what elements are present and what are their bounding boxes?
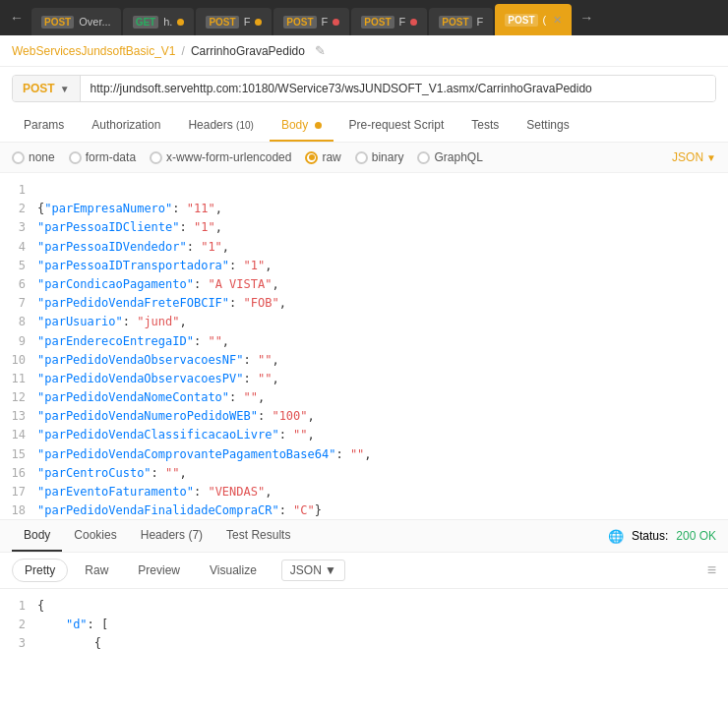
line-content: "parPedidoVendaFinalidadeCompraCR": "C"} — [37, 501, 322, 519]
tab-next-button[interactable]: → — [574, 0, 599, 35]
body-type-none[interactable]: none — [12, 150, 55, 164]
line-number: 15 — [8, 445, 37, 464]
resp-tab-test-results[interactable]: Test Results — [214, 520, 302, 552]
tab-pre-request[interactable]: Pre-request Script — [337, 110, 456, 142]
body-dot-badge — [315, 122, 322, 129]
tab-headers[interactable]: Headers (10) — [176, 110, 266, 142]
line-content: "parPedidoVendaNumeroPedidoWEB": "100", — [37, 407, 315, 426]
method-select[interactable]: POST ▼ — [13, 76, 81, 101]
code-line-2: 2{"parEmpresaNumero": "11", — [0, 200, 728, 218]
resp-sub-raw[interactable]: Raw — [72, 559, 121, 582]
code-line-11: 11"parPedidoVendaObservacoesPV": "", — [0, 370, 728, 388]
line-content: "d": [ — [37, 616, 108, 634]
tab-item-3[interactable]: POST F — [196, 8, 272, 35]
main-content: WebServicesJundsoftBasic_V1 / CarrinhoGr… — [0, 35, 728, 707]
tab-dot-5 — [410, 19, 417, 26]
breadcrumb-collection[interactable]: WebServicesJundsoftBasic_V1 — [12, 44, 176, 58]
tab-item-5[interactable]: POST F — [351, 8, 427, 35]
format-button[interactable]: ≡ — [707, 561, 716, 579]
resp-sub-pretty[interactable]: Pretty — [12, 559, 68, 582]
resp-sub-visualize[interactable]: Visualize — [197, 559, 270, 582]
tab-dot-2 — [177, 19, 184, 26]
code-line-18: 18"parPedidoVendaFinalidadeCompraCR": "C… — [0, 501, 728, 519]
line-content: {"parEmpresaNumero": "11", — [37, 200, 222, 218]
tab-label-7: ( — [543, 14, 547, 26]
tab-method-3: POST — [206, 16, 238, 29]
resp-tab-cookies[interactable]: Cookies — [62, 520, 128, 552]
code-line-6: 6"parCondicaoPagamento": "A VISTA", — [0, 275, 728, 294]
line-number: 3 — [8, 218, 37, 237]
line-content: "parPedidoVendaFreteFOBCIF": "FOB", — [37, 294, 286, 313]
code-line-17: 17"parEventoFaturamento": "VENDAS", — [0, 483, 728, 501]
tab-tests[interactable]: Tests — [459, 110, 511, 142]
code-editor[interactable]: 12{"parEmpresaNumero": "11",3"parPessoaI… — [0, 173, 728, 519]
body-type-urlencoded[interactable]: x-www-form-urlencoded — [150, 150, 291, 164]
tab-method-6: POST — [439, 16, 471, 29]
url-bar: POST ▼ — [12, 75, 716, 102]
radio-binary — [355, 151, 368, 164]
line-content: "parPessoaIDVendedor": "1", — [37, 238, 229, 257]
tab-item-1[interactable]: POST Over... — [31, 8, 121, 35]
url-input[interactable] — [81, 76, 715, 101]
line-number: 3 — [8, 634, 37, 653]
tab-label-6: F — [477, 16, 484, 28]
resp-tab-headers[interactable]: Headers (7) — [129, 520, 214, 552]
tab-body[interactable]: Body — [270, 110, 334, 142]
response-tabs-bar: Body Cookies Headers (7) Test Results 🌐 … — [0, 520, 728, 553]
edit-icon[interactable]: ✎ — [315, 43, 326, 58]
response-code[interactable]: 1{2 "d": [3 { — [0, 589, 728, 707]
line-number: 12 — [8, 388, 37, 407]
tab-label-2: h. — [163, 16, 172, 28]
code-line-13: 13"parPedidoVendaNumeroPedidoWEB": "100"… — [0, 407, 728, 426]
resp-tab-body[interactable]: Body — [12, 520, 62, 552]
body-type-raw[interactable]: raw — [305, 150, 340, 164]
tab-label-3: F — [244, 16, 251, 28]
resp-line-1: 1{ — [0, 597, 728, 616]
code-line-15: 15"parPedidoVendaComprovantePagamentoBas… — [0, 445, 728, 464]
code-line-10: 10"parPedidoVendaObservacoesNF": "", — [0, 351, 728, 370]
code-line-8: 8"parUsuario": "jund", — [0, 313, 728, 331]
code-line-1: 1 — [0, 181, 728, 200]
json-chevron-icon: ▼ — [706, 152, 716, 163]
tab-method-7: POST — [505, 14, 537, 27]
resp-line-3: 3 { — [0, 634, 728, 653]
tab-label-4: F — [322, 16, 329, 28]
code-line-7: 7"parPedidoVendaFreteFOBCIF": "FOB", — [0, 294, 728, 313]
method-label: POST — [23, 82, 55, 95]
line-content: "parPedidoVendaClassificacaoLivre": "", — [37, 426, 315, 444]
json-format-selector[interactable]: JSON ▼ — [672, 150, 716, 164]
line-number: 2 — [8, 616, 37, 634]
tab-item-7[interactable]: POST ( ✕ — [495, 4, 572, 35]
tab-params[interactable]: Params — [12, 110, 76, 142]
headers-badge: (10) — [236, 120, 254, 131]
resp-line-2: 2 "d": [ — [0, 616, 728, 634]
line-number: 6 — [8, 275, 37, 294]
line-content: "parPessoaIDCliente": "1", — [37, 218, 222, 237]
resp-sub-preview[interactable]: Preview — [125, 559, 193, 582]
body-type-binary[interactable]: binary — [355, 150, 404, 164]
line-number: 9 — [8, 332, 37, 351]
code-line-4: 4"parPessoaIDVendedor": "1", — [0, 238, 728, 257]
tab-item-4[interactable]: POST F — [273, 8, 349, 35]
body-type-bar: none form-data x-www-form-urlencoded raw… — [0, 143, 728, 173]
tab-bar: ← POST Over... GET h. POST F POST F POST… — [0, 0, 728, 35]
body-type-graphql[interactable]: GraphQL — [417, 150, 482, 164]
radio-form-data — [69, 151, 82, 164]
tab-prev-button[interactable]: ← — [4, 0, 30, 35]
radio-urlencoded — [150, 151, 162, 164]
line-number: 18 — [8, 501, 37, 519]
body-type-form-data[interactable]: form-data — [69, 150, 136, 164]
response-format-select[interactable]: JSON ▼ — [281, 560, 345, 581]
tab-close-7[interactable]: ✕ — [553, 14, 562, 27]
line-number: 1 — [8, 181, 37, 200]
tab-settings[interactable]: Settings — [515, 110, 580, 142]
line-content: "parEnderecoEntregaID": "", — [37, 332, 229, 351]
tab-authorization[interactable]: Authorization — [80, 110, 172, 142]
line-number: 17 — [8, 483, 37, 501]
tab-method-4: POST — [283, 16, 316, 29]
line-number: 7 — [8, 294, 37, 313]
tab-item-6[interactable]: POST F — [429, 8, 493, 35]
line-number: 4 — [8, 238, 37, 257]
tab-method-1: POST — [41, 16, 74, 29]
tab-item-2[interactable]: GET h. — [123, 8, 195, 35]
